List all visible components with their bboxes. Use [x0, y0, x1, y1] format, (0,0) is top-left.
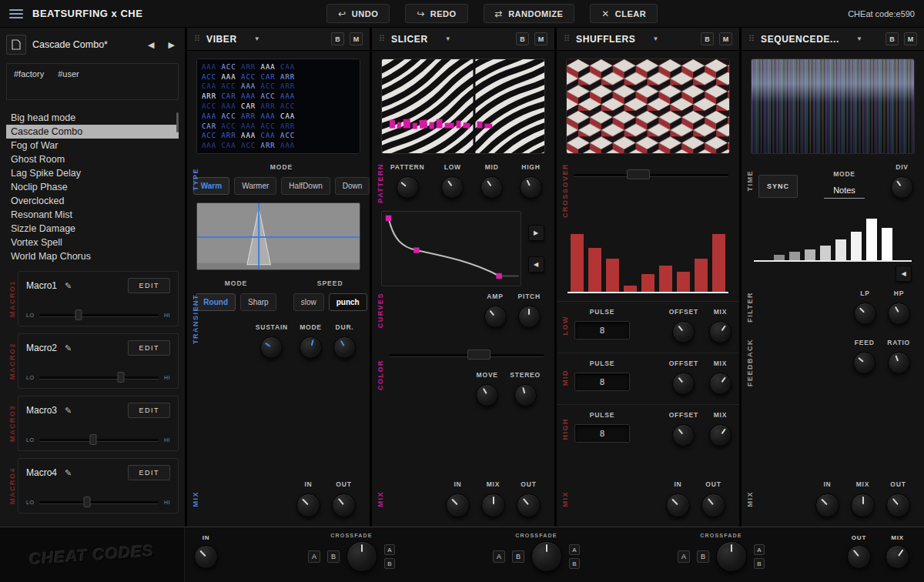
transient-mode-knob[interactable]: [300, 336, 322, 359]
band-mix-knob[interactable]: [709, 321, 732, 343]
xfade-a-target-button[interactable]: A: [569, 544, 580, 555]
amp-knob[interactable]: [484, 306, 507, 328]
offset-knob[interactable]: [672, 373, 695, 395]
out-knob[interactable]: [332, 493, 356, 517]
crossfade-knob[interactable]: [531, 541, 562, 572]
band-mix-knob[interactable]: [709, 424, 732, 447]
master-out-knob[interactable]: [847, 545, 871, 569]
drag-handle-icon[interactable]: ⠿: [748, 34, 755, 44]
xfade-b-target-button[interactable]: B: [754, 558, 765, 569]
xfade-b-button[interactable]: B: [512, 550, 524, 563]
crossover-slider[interactable]: [574, 168, 728, 182]
speed-punch-button[interactable]: punch: [329, 293, 367, 311]
mute-button[interactable]: M: [534, 32, 547, 45]
hp-knob[interactable]: [888, 303, 910, 325]
edit-pencil-icon[interactable]: ✎: [65, 468, 72, 478]
chevron-down-icon[interactable]: ▼: [254, 35, 260, 42]
clear-button[interactable]: ✕CLEAR: [590, 4, 658, 23]
slice-envelope-display[interactable]: [381, 211, 521, 286]
preset-item[interactable]: Noclip Phase: [6, 180, 179, 194]
prev-pattern-button[interactable]: ◀: [896, 266, 912, 282]
xfade-a-button[interactable]: A: [308, 550, 320, 563]
drag-handle-icon[interactable]: ⠿: [564, 34, 570, 44]
pattern-knob[interactable]: [397, 176, 419, 199]
macro-slider-handle[interactable]: [84, 497, 91, 507]
edit-pencil-icon[interactable]: ✎: [65, 281, 72, 291]
high-knob[interactable]: [520, 176, 542, 199]
macro-slider[interactable]: [39, 496, 159, 508]
undo-button[interactable]: ↩UNDO: [326, 4, 390, 23]
lp-knob[interactable]: [854, 303, 876, 325]
in-knob[interactable]: [446, 493, 470, 517]
color-slider-handle[interactable]: [467, 350, 490, 360]
tag-factory[interactable]: #factory: [14, 69, 44, 79]
randomize-button[interactable]: ⇄RANDOMIZE: [484, 4, 575, 23]
mode-halfdown-button[interactable]: HalfDown: [281, 177, 330, 195]
pitch-knob[interactable]: [518, 306, 541, 328]
preset-item[interactable]: Overclocked: [6, 194, 179, 208]
speed-slow-button[interactable]: slow: [293, 293, 324, 311]
low-knob[interactable]: [441, 176, 464, 199]
feed-knob[interactable]: [853, 352, 875, 374]
master-in-knob[interactable]: [194, 545, 218, 569]
preset-file-icon[interactable]: [6, 35, 26, 55]
macro-slider-handle[interactable]: [117, 372, 124, 383]
in-knob[interactable]: [815, 493, 839, 517]
current-preset-name[interactable]: Cascade Combo*: [32, 39, 138, 50]
move-knob[interactable]: [476, 384, 498, 406]
macro-slider[interactable]: [39, 309, 159, 321]
chevron-down-icon[interactable]: ▼: [856, 35, 862, 42]
pulse-value-box[interactable]: 8: [574, 373, 630, 391]
preset-item[interactable]: World Map Chorus: [6, 249, 179, 263]
preset-item[interactable]: Vortex Spell: [6, 236, 179, 249]
bypass-button[interactable]: B: [886, 32, 899, 45]
xfade-a-target-button[interactable]: A: [754, 544, 765, 555]
in-knob[interactable]: [666, 493, 690, 517]
drag-handle-icon[interactable]: ⠿: [194, 34, 200, 44]
mode-down-button[interactable]: Down: [335, 177, 370, 195]
prev-preset-button[interactable]: ◀: [144, 38, 158, 52]
scrollbar-thumb[interactable]: [176, 112, 179, 132]
transient-sharp-button[interactable]: Sharp: [240, 293, 276, 311]
tag-user[interactable]: #user: [58, 69, 79, 79]
stereo-knob[interactable]: [514, 384, 537, 406]
preset-item[interactable]: Ghost Room: [6, 152, 179, 166]
master-mix-knob[interactable]: [886, 545, 909, 569]
preset-item[interactable]: Big head mode: [6, 111, 179, 125]
sync-button[interactable]: SYNC: [758, 175, 798, 198]
transient-round-button[interactable]: Round: [196, 293, 236, 311]
mix-knob[interactable]: [851, 493, 875, 517]
shuffler-pulse-bars[interactable]: [567, 229, 728, 293]
pulse-value-box[interactable]: 8: [574, 321, 630, 340]
edit-pencil-icon[interactable]: ✎: [65, 343, 72, 353]
macro-slider-handle[interactable]: [75, 309, 82, 320]
macro-edit-button[interactable]: EDIT: [128, 403, 170, 418]
crossover-slider-handle[interactable]: [627, 169, 650, 179]
macro-name[interactable]: Macro1: [26, 280, 57, 291]
mode-warmer-button[interactable]: Warmer: [234, 177, 276, 195]
crossfade-knob[interactable]: [716, 541, 747, 572]
macro-edit-button[interactable]: EDIT: [128, 278, 170, 293]
sequencer-step-bars[interactable]: [754, 214, 912, 262]
macro-edit-button[interactable]: EDIT: [128, 340, 170, 356]
in-knob[interactable]: [296, 493, 320, 517]
mix-knob[interactable]: [481, 493, 505, 517]
xfade-b-button[interactable]: B: [327, 550, 340, 563]
band-mix-knob[interactable]: [709, 373, 732, 395]
viber-waveform-display[interactable]: [196, 202, 360, 270]
preset-item[interactable]: Lag Spike Delay: [6, 166, 179, 180]
macro-name[interactable]: Macro4: [26, 467, 57, 478]
xfade-b-target-button[interactable]: B: [569, 558, 580, 569]
out-knob[interactable]: [701, 493, 725, 517]
chevron-down-icon[interactable]: ▼: [652, 35, 658, 42]
bypass-button[interactable]: B: [701, 32, 714, 45]
xfade-a-button[interactable]: A: [678, 550, 690, 563]
macro-slider[interactable]: [39, 371, 159, 383]
macro-name[interactable]: Macro2: [26, 343, 57, 353]
redo-button[interactable]: ↪REDO: [405, 4, 467, 23]
xfade-a-target-button[interactable]: A: [384, 544, 395, 555]
offset-knob[interactable]: [672, 321, 695, 343]
crossfade-knob[interactable]: [346, 541, 377, 572]
next-curve-button[interactable]: ▶: [528, 225, 544, 241]
div-knob[interactable]: [891, 176, 913, 199]
